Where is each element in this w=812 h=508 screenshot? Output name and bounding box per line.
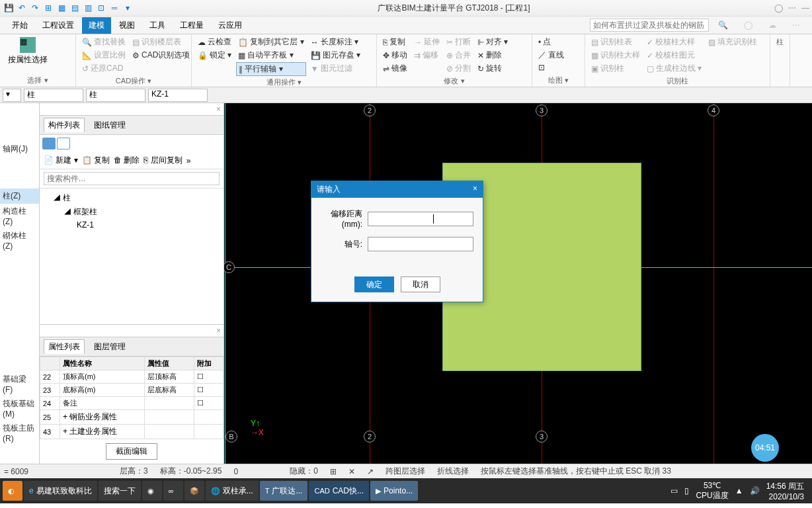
axis-input[interactable] xyxy=(368,237,473,251)
nav-axis[interactable]: 轴网(J) xyxy=(0,142,39,157)
group-draw: 绘图 ▾ xyxy=(536,74,581,85)
grid-icon[interactable]: ⊞ xyxy=(42,2,54,14)
menu-model[interactable]: 建模 xyxy=(82,17,111,34)
task-item[interactable]: ▶Pointo... xyxy=(370,481,418,501)
dialog-title: 请输入 xyxy=(317,184,341,195)
tray-icon[interactable]: ▭ xyxy=(670,486,678,495)
tray-icon[interactable]: 🔊 xyxy=(750,486,760,495)
select-by-prop[interactable]: ▦按属性选择 xyxy=(4,36,52,67)
rotate-btn[interactable]: ↻旋转 xyxy=(475,62,510,75)
start-button[interactable]: ◐ xyxy=(3,481,22,501)
tab-comp-list[interactable]: 构件列表 xyxy=(44,118,85,132)
comp-copy[interactable]: 📋 复制 xyxy=(82,155,110,166)
comp-search[interactable] xyxy=(44,172,220,185)
menu-start[interactable]: 开始 xyxy=(5,17,34,34)
task-item[interactable]: CADCAD快... xyxy=(309,481,369,501)
tree-root[interactable]: ◢ 柱 xyxy=(45,191,218,205)
delete-btn[interactable]: ✕删除 xyxy=(475,49,510,62)
dd-icon[interactable]: ▾ xyxy=(122,2,134,14)
tray-icon[interactable]: ▯ xyxy=(684,486,689,495)
parallel-axis[interactable]: ∥平行辅轴 ▾ xyxy=(236,62,305,76)
comp-floor-copy[interactable]: ⎘ 层间复制 xyxy=(143,155,182,166)
cad-options[interactable]: ⚙CAD识别选项 xyxy=(130,49,192,62)
task-item[interactable]: e易建联致敬科比 xyxy=(24,481,97,501)
task-item[interactable]: T广联达... xyxy=(260,481,308,501)
mirror-btn[interactable]: ⇌镜像 xyxy=(381,62,409,75)
sel-floor[interactable]: ▾ xyxy=(3,89,21,102)
view-tool3-icon[interactable]: ↗ xyxy=(367,467,374,476)
line-btn[interactable]: ／直线 xyxy=(536,49,566,62)
help-search[interactable] xyxy=(590,19,709,32)
cloud-icon[interactable]: ☁ xyxy=(762,18,783,32)
comp-new[interactable]: 📄 新建 ▾ xyxy=(44,155,78,166)
menu-quantity[interactable]: 工程量 xyxy=(173,17,210,34)
task-app3[interactable]: 📦 xyxy=(184,481,204,501)
sel-component[interactable]: KZ-1 xyxy=(148,89,208,102)
status-cross[interactable]: 跨图层选择 xyxy=(386,466,425,477)
tool2-icon[interactable]: ▥ xyxy=(82,2,94,14)
nav-column[interactable]: 柱(Z) xyxy=(0,189,39,204)
tool-icon[interactable]: ▤ xyxy=(69,2,81,14)
task-app1[interactable]: ◉ xyxy=(142,481,162,501)
nav-masonry-col[interactable]: 砌体柱(Z) xyxy=(0,228,39,253)
offset-input[interactable] xyxy=(368,212,473,226)
view-tree-icon[interactable] xyxy=(57,138,70,149)
tree-kz1[interactable]: KZ-1 xyxy=(77,220,94,230)
redo-icon[interactable]: ↷ xyxy=(29,2,41,14)
copy-floor[interactable]: 📋复制到其它层 ▾ xyxy=(236,36,305,48)
settings-icon[interactable]: ⋯ xyxy=(788,3,796,13)
layer-icon[interactable]: ▦ xyxy=(56,2,67,14)
tab-layer[interactable]: 图层管理 xyxy=(90,340,130,354)
group-modify: 修改 ▾ xyxy=(381,75,528,86)
view-list-icon[interactable] xyxy=(42,138,56,149)
task-search[interactable]: 搜索一下 xyxy=(99,481,141,501)
elem-save[interactable]: 💾图元存盘 ▾ xyxy=(309,49,362,62)
tree-frame-col[interactable]: ◢ 框架柱 xyxy=(45,205,218,219)
length-dim[interactable]: ↔长度标注 ▾ xyxy=(309,36,362,48)
more-icon[interactable]: ⋯ xyxy=(786,18,807,32)
auto-align[interactable]: ▦自动平齐板 ▾ xyxy=(236,49,305,62)
beam-icon[interactable]: ═ xyxy=(108,2,120,14)
tray-icon[interactable]: ▲ xyxy=(735,486,743,495)
view-tool-icon[interactable]: ⊞ xyxy=(330,467,337,476)
nav-found-beam[interactable]: 基础梁(F) xyxy=(0,372,39,396)
comp-delete[interactable]: 🗑 删除 xyxy=(114,155,140,166)
ok-button[interactable]: 确定 xyxy=(354,276,394,292)
copy-btn[interactable]: ⎘复制 xyxy=(381,36,409,48)
menu-project[interactable]: 工程设置 xyxy=(36,17,81,34)
move-btn[interactable]: ✥移动 xyxy=(381,49,409,62)
col-icon[interactable]: ⊡ xyxy=(95,2,107,14)
sel-type[interactable]: 柱 xyxy=(86,89,145,102)
nav-raft[interactable]: 筏板基础(M) xyxy=(0,396,39,421)
task-app2[interactable]: ∞ xyxy=(163,481,183,501)
nav-struct-col[interactable]: 构造柱(Z) xyxy=(0,204,39,228)
user-icon[interactable]: ◯ xyxy=(774,3,783,13)
cancel-button[interactable]: 取消 xyxy=(401,276,440,292)
comp-more[interactable]: » xyxy=(186,156,191,165)
status-poly[interactable]: 折线选择 xyxy=(437,466,469,477)
tab-prop[interactable]: 属性列表 xyxy=(44,339,85,354)
section-edit[interactable]: 截面编辑 xyxy=(106,443,157,460)
grid-label: C xyxy=(224,261,235,273)
menu-cloud[interactable]: 云应用 xyxy=(212,17,249,34)
menu-view[interactable]: 视图 xyxy=(112,17,142,34)
search-icon[interactable]: 🔍 xyxy=(711,18,735,32)
cad-find: 🔍查找替换 xyxy=(80,36,128,48)
cloud-check[interactable]: ☁云检查 xyxy=(196,36,233,48)
save-icon[interactable]: 💾 xyxy=(3,2,15,14)
task-item[interactable]: 🌐双柱承... xyxy=(206,481,259,501)
sel-category[interactable]: 柱 xyxy=(24,89,83,102)
lock[interactable]: 🔒锁定 ▾ xyxy=(196,49,233,62)
recog-col-table: ▤识别柱表 xyxy=(589,36,642,48)
minimize-icon[interactable]: — xyxy=(801,3,809,13)
point-btn[interactable]: •点 xyxy=(536,36,566,48)
align-btn[interactable]: ⊩对齐 ▾ xyxy=(475,36,510,48)
draw-more[interactable]: ⊡ xyxy=(536,62,566,73)
tab-drawing[interactable]: 图纸管理 xyxy=(90,118,130,132)
undo-icon[interactable]: ↶ xyxy=(16,2,28,14)
close-icon[interactable]: × xyxy=(473,184,477,195)
view-tool2-icon[interactable]: ✕ xyxy=(348,467,355,476)
menu-tool[interactable]: 工具 xyxy=(143,17,172,34)
avatar-icon[interactable]: ◯ xyxy=(737,18,759,32)
nav-raft-rebar[interactable]: 筏板主筋(R) xyxy=(0,421,39,445)
